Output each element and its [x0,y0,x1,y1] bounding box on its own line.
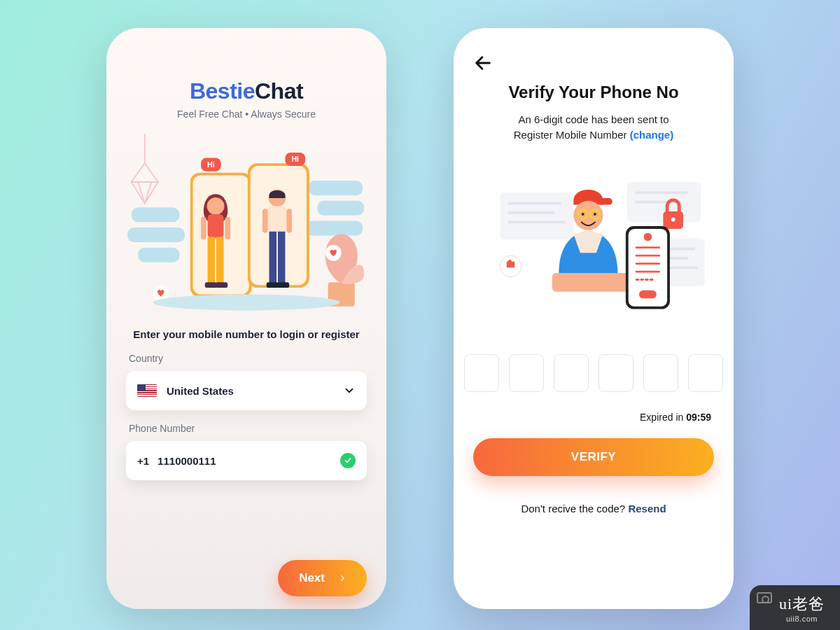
svg-rect-28 [269,232,276,284]
country-label: Country [129,353,367,364]
svg-rect-64 [639,290,657,298]
phone-label: Phone Number [129,423,367,434]
app-title: BestieChat [126,78,367,104]
brand-block: BestieChat Feel Free Chat • Always Secur… [126,78,367,120]
otp-digit-5[interactable] [643,354,678,392]
verify-button[interactable]: VERIFY [473,438,714,476]
svg-rect-2 [138,248,179,262]
verify-label: VERIFY [571,450,616,463]
verify-sub-l1: An 6-digit code has been sent to [518,113,668,125]
svg-rect-30 [267,282,279,288]
chevron-right-icon [339,573,346,583]
svg-rect-3 [308,181,363,195]
svg-rect-25 [225,217,230,239]
svg-rect-31 [277,282,289,288]
dial-code: +1 [137,455,149,467]
country-select[interactable]: United States [126,371,367,410]
expiry-text: Expired in 09:59 [473,412,714,423]
otp-digit-1[interactable] [464,354,499,392]
valid-check-icon [340,453,356,468]
svg-rect-20 [208,237,216,284]
expiry-time: 09:59 [686,412,711,423]
verify-title: Verify Your Phone No [473,83,714,102]
back-button[interactable] [473,53,493,73]
svg-rect-23 [216,282,227,288]
otp-digit-3[interactable] [554,354,589,392]
camera-icon [757,592,772,603]
resend-prefix: Don't recive the code? [521,503,628,514]
resend-line: Don't recive the code? Resend [473,503,714,514]
svg-point-54 [594,213,596,216]
watermark: ui老爸 uii8.com [750,585,840,630]
otp-digit-4[interactable] [598,354,634,392]
svg-rect-21 [216,237,224,284]
app-title-part2: Chat [255,78,303,104]
verify-sub-l2: Register Mobile Number [514,129,630,141]
arrow-left-icon [473,53,493,73]
svg-point-48 [671,217,676,221]
app-title-part1: Bestie [190,78,255,104]
phone-input[interactable] [158,455,340,467]
svg-rect-27 [268,206,287,232]
chevron-down-icon [343,384,356,397]
flag-icon [137,384,157,397]
svg-point-18 [207,197,225,215]
svg-rect-55 [552,273,633,292]
svg-rect-0 [132,207,180,222]
otp-digit-6[interactable] [688,354,723,392]
verify-subtitle: An 6-digit code has been sent to Registe… [473,112,714,143]
app-tagline: Feel Free Chat • Always Secure [126,108,367,120]
svg-point-34 [153,295,340,311]
country-value: United States [167,385,343,397]
otp-inputs [473,354,714,392]
resend-link[interactable]: Resend [628,503,666,514]
next-button[interactable]: Next [278,560,367,596]
svg-point-53 [582,213,584,216]
hi-bubble-2: Hi [292,155,300,163]
svg-rect-49 [598,197,612,204]
svg-rect-22 [205,282,217,288]
svg-line-7 [138,182,145,204]
change-number-link[interactable]: (change) [630,129,674,141]
otp-digit-2[interactable] [509,354,544,392]
next-label: Next [299,571,325,585]
login-prompt: Enter your mobile number to login or reg… [126,328,367,340]
svg-line-8 [145,182,152,204]
hi-bubble-1: Hi [207,160,215,169]
login-screen: BestieChat Feel Free Chat • Always Secur… [106,28,386,609]
svg-rect-19 [208,214,224,238]
expiry-prefix: Expired in [640,412,686,423]
svg-rect-1 [127,227,185,242]
svg-rect-5 [305,220,363,235]
phone-field[interactable]: +1 [126,441,367,480]
verify-illustration [473,155,714,330]
svg-rect-4 [317,201,364,216]
svg-rect-24 [201,217,206,239]
svg-rect-32 [262,209,268,232]
watermark-brand: ui老爸 [779,594,825,615]
svg-rect-35 [500,192,573,239]
watermark-url: uii8.com [786,615,818,623]
svg-rect-33 [286,209,292,232]
verify-screen: Verify Your Phone No An 6-digit code has… [454,28,734,609]
svg-point-58 [644,232,652,240]
svg-rect-29 [278,232,286,284]
login-illustration: Hi Hi [126,130,367,326]
